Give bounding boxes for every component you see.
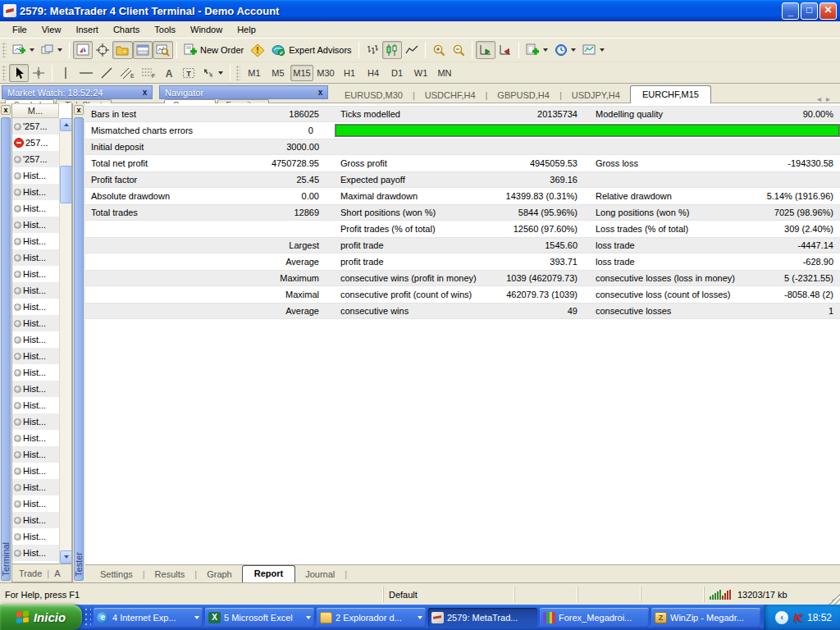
list-item[interactable]: Hist... xyxy=(12,397,59,413)
timeframe-w1[interactable]: W1 xyxy=(409,65,432,81)
timeframe-h1[interactable]: H1 xyxy=(338,65,361,81)
vertical-line-button[interactable] xyxy=(56,64,75,82)
templates-button[interactable] xyxy=(579,41,608,59)
list-item[interactable]: Hist... xyxy=(12,545,59,561)
menu-item-view[interactable]: View xyxy=(34,22,69,37)
list-item[interactable]: Hist... xyxy=(12,266,59,282)
taskbar-button[interactable]: 2 Explorador d... xyxy=(317,608,426,628)
list-item[interactable]: Hist... xyxy=(12,217,59,233)
market-watch-close-icon[interactable]: x xyxy=(139,87,150,98)
minimize-button[interactable]: _ xyxy=(782,2,799,20)
terminal-grip[interactable]: Terminal xyxy=(1,117,11,581)
indicators-button[interactable] xyxy=(523,41,551,59)
expert-advisors-button[interactable]: ✓ Expert Advisors xyxy=(268,41,354,59)
chart-tabs-scroll-left-icon[interactable]: ◂ xyxy=(817,94,821,103)
fibonacci-button[interactable]: F xyxy=(138,64,159,82)
text-label-button[interactable]: T xyxy=(179,64,199,82)
resize-grip[interactable] xyxy=(829,593,840,605)
list-item[interactable]: Hist... xyxy=(12,381,59,397)
list-item[interactable]: Hist... xyxy=(12,282,59,299)
line-chart-button[interactable] xyxy=(402,41,422,59)
tester-tab-settings[interactable]: Settings xyxy=(90,567,143,582)
terminal-close-icon[interactable]: x xyxy=(1,105,11,115)
terminal-button[interactable] xyxy=(133,41,153,59)
crosshair-button[interactable] xyxy=(29,64,48,82)
list-item[interactable]: Hist... xyxy=(12,446,59,463)
kaspersky-icon[interactable]: K xyxy=(793,610,802,624)
tester-tab-report[interactable]: Report xyxy=(242,565,295,583)
list-item[interactable]: '257... xyxy=(12,118,59,135)
list-item[interactable]: Hist... xyxy=(12,299,59,315)
chart-tab-eurchf-m15[interactable]: EURCHF,M15 xyxy=(630,85,711,104)
text-button[interactable]: A xyxy=(159,64,179,82)
chart-tab-eurusd-m30[interactable]: EURUSD,M30 xyxy=(335,88,413,103)
arrows-button[interactable] xyxy=(199,64,226,82)
chart-tabs-scroll-right-icon[interactable]: ▸ xyxy=(826,94,830,103)
timeframe-m5[interactable]: M5 xyxy=(267,65,290,81)
start-button[interactable]: Inicio xyxy=(0,605,82,630)
toolbar-grip[interactable] xyxy=(2,43,7,57)
list-item[interactable]: 257... xyxy=(12,135,59,151)
chart-tab-gbpusd-h4[interactable]: GBPUSD,H4 xyxy=(487,88,559,103)
tester-tab-graph[interactable]: Graph xyxy=(197,567,242,582)
profiles-button[interactable] xyxy=(38,41,66,59)
tester-tab-results[interactable]: Results xyxy=(145,567,195,582)
close-button[interactable]: ✕ xyxy=(819,2,837,20)
timeframe-d1[interactable]: D1 xyxy=(386,65,409,81)
list-item[interactable]: Hist... xyxy=(12,479,59,495)
market-watch-titlebar[interactable]: Market Watch: 18:52:24 x xyxy=(2,85,153,99)
list-item[interactable]: Hist... xyxy=(12,512,59,528)
horizontal-line-button[interactable] xyxy=(75,64,97,82)
tester-vertical-tab[interactable]: Tester xyxy=(74,552,84,580)
menu-item-file[interactable]: File xyxy=(5,22,34,37)
zoom-out-button[interactable] xyxy=(449,41,468,59)
terminal-scrollbar[interactable] xyxy=(59,118,71,564)
menu-item-tools[interactable]: Tools xyxy=(147,22,183,37)
list-item[interactable]: Hist... xyxy=(12,430,59,446)
equidistant-channel-button[interactable]: E xyxy=(116,64,138,82)
chart-shift-button[interactable] xyxy=(495,41,515,59)
taskbar-button[interactable]: 2579: MetaTrad... xyxy=(428,608,537,628)
taskbar-button[interactable]: Forex_Megadroi... xyxy=(540,608,649,628)
tester-tab-journal[interactable]: Journal xyxy=(295,567,345,582)
list-item[interactable]: Hist... xyxy=(12,413,59,430)
timeframe-m30[interactable]: M30 xyxy=(314,65,337,81)
menu-item-charts[interactable]: Charts xyxy=(106,22,147,37)
navigator-button[interactable] xyxy=(112,41,133,59)
list-item[interactable]: Hist... xyxy=(12,249,59,266)
scrollbar-thumb[interactable] xyxy=(60,166,71,203)
taskbar-button[interactable]: X5 Microsoft Excel xyxy=(205,608,314,628)
list-item[interactable]: Hist... xyxy=(12,167,59,184)
cursor-button[interactable] xyxy=(9,64,29,82)
maximize-button[interactable]: □ xyxy=(801,2,818,20)
menu-item-window[interactable]: Window xyxy=(183,22,230,37)
bar-chart-button[interactable] xyxy=(363,41,382,59)
scroll-up-icon[interactable] xyxy=(60,118,71,131)
terminal-vertical-tab[interactable]: Terminal xyxy=(1,542,11,580)
strategy-tester-button[interactable] xyxy=(153,41,173,59)
chart-tab-usdjpy-h4[interactable]: USDJPY,H4 xyxy=(562,88,630,103)
list-item[interactable]: Hist... xyxy=(12,233,59,249)
tester-grip[interactable]: Tester xyxy=(74,117,84,581)
scroll-down-icon[interactable] xyxy=(60,550,71,564)
terminal-list-header[interactable]: M... xyxy=(12,103,59,118)
menu-item-insert[interactable]: Insert xyxy=(68,22,106,37)
list-item[interactable]: Hist... xyxy=(12,184,59,200)
candlestick-button[interactable] xyxy=(382,41,402,59)
navigator-close-icon[interactable]: x xyxy=(315,87,326,98)
auto-scroll-button[interactable] xyxy=(476,41,495,59)
zoom-in-button[interactable] xyxy=(429,41,449,59)
menu-item-help[interactable]: Help xyxy=(230,22,263,37)
list-item[interactable]: Hist... xyxy=(12,463,59,479)
tester-close-icon[interactable]: x xyxy=(74,105,84,115)
timeframe-m15[interactable]: M15 xyxy=(290,65,313,81)
terminal-tab-a[interactable]: A xyxy=(54,568,60,578)
terminal-tab-trade[interactable]: Trade xyxy=(19,568,42,578)
tray-chevron-icon[interactable]: ‹ xyxy=(775,611,788,624)
timeframe-mn[interactable]: MN xyxy=(433,65,456,81)
timeframe-h4[interactable]: H4 xyxy=(362,65,385,81)
toolbar-grip[interactable] xyxy=(2,66,7,80)
list-item[interactable]: Hist... xyxy=(12,348,59,364)
toolbar-grip[interactable] xyxy=(236,66,240,80)
market-watch-button[interactable] xyxy=(73,41,93,59)
